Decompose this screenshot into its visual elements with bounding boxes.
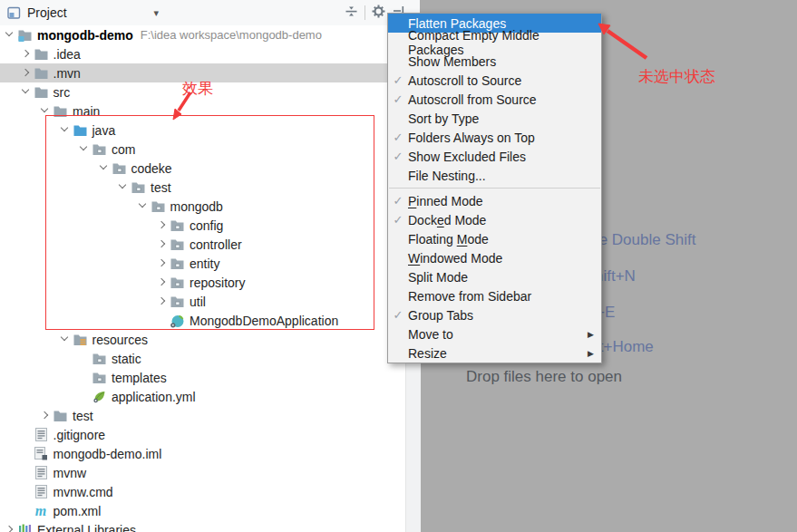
chevron-collapsed-icon[interactable] bbox=[156, 295, 168, 307]
tree-row-mongodbdemoapplication[interactable]: MongodbDemoApplication bbox=[0, 311, 405, 330]
tree-label: test bbox=[151, 180, 171, 195]
menu-item-windowed-mode[interactable]: Windowed Mode bbox=[388, 248, 601, 267]
tree-row-templates[interactable]: templates bbox=[0, 368, 405, 387]
chevron-collapsed-icon[interactable] bbox=[156, 219, 168, 231]
chevron-down-icon[interactable]: ▾ bbox=[154, 7, 160, 19]
tree-row-test[interactable]: test bbox=[0, 178, 405, 197]
menu-item-show-excluded-files[interactable]: ✓Show Excluded Files bbox=[388, 147, 601, 166]
annotation-effect-label: 效果 bbox=[182, 78, 213, 99]
tree-row-external-libraries[interactable]: External Libraries bbox=[0, 520, 405, 532]
tree-label: main bbox=[73, 104, 100, 119]
menu-item-docked-mode[interactable]: ✓Docked Mode bbox=[388, 210, 601, 229]
menu-item-folders-always-on-top[interactable]: ✓Folders Always on Top bbox=[388, 128, 601, 147]
menu-item-label: Windowed Mode bbox=[408, 251, 502, 266]
menu-item-move-to[interactable]: Move to▶ bbox=[388, 324, 601, 343]
menu-item-floating-mode[interactable]: Floating Mode bbox=[388, 229, 601, 248]
menu-item-label: File Nesting... bbox=[408, 169, 486, 183]
package-icon bbox=[112, 161, 127, 176]
tree-label: mongodb-demo.iml bbox=[53, 447, 162, 461]
tree-row-java[interactable]: java bbox=[0, 121, 405, 140]
chevron-collapsed-icon[interactable] bbox=[39, 410, 51, 421]
indent-spacer bbox=[78, 353, 90, 364]
unselected-arrow bbox=[598, 24, 646, 58]
tree-row-main[interactable]: main bbox=[0, 102, 405, 121]
tree-label: MongodbDemoApplication bbox=[190, 314, 338, 328]
indent-spacer bbox=[20, 467, 32, 479]
tree-row-idea[interactable]: .idea bbox=[0, 44, 405, 63]
chevron-collapsed-icon[interactable] bbox=[4, 524, 15, 532]
package-icon bbox=[92, 352, 107, 366]
tree-row-resources[interactable]: resources bbox=[0, 330, 405, 349]
menu-item-compact-empty-middle-packages[interactable]: Compact Empty Middle Packages bbox=[388, 33, 601, 52]
tree-row-application-yml[interactable]: application.yml bbox=[0, 387, 405, 406]
chevron-expanded-icon[interactable] bbox=[39, 105, 51, 117]
checkmark-icon: ✓ bbox=[388, 194, 408, 208]
menu-item-label: Sort by Type bbox=[408, 111, 479, 126]
tree-row-codeke[interactable]: codeke bbox=[0, 159, 405, 178]
source-folder-icon bbox=[73, 123, 88, 138]
checkmark-icon: ✓ bbox=[388, 131, 408, 144]
package-icon bbox=[170, 295, 185, 309]
menu-item-group-tabs[interactable]: ✓Group Tabs bbox=[388, 305, 601, 324]
menu-item-sort-by-type[interactable]: Sort by Type bbox=[388, 109, 601, 128]
toolbar-separator bbox=[364, 5, 365, 20]
menu-item-remove-from-sidebar[interactable]: Remove from Sidebar bbox=[388, 286, 601, 305]
tree-row-controller[interactable]: controller bbox=[0, 235, 405, 254]
indent-spacer bbox=[78, 372, 90, 383]
settings-gear-icon[interactable] bbox=[372, 5, 386, 22]
menu-item-label: Group Tabs bbox=[408, 308, 473, 323]
chevron-expanded-icon[interactable] bbox=[20, 86, 32, 98]
menu-item-label: Autoscroll from Source bbox=[408, 92, 537, 107]
tree-row-mongodb[interactable]: mongodb bbox=[0, 197, 405, 216]
tree-row-static[interactable]: static bbox=[0, 349, 405, 368]
tree-row-test[interactable]: test bbox=[0, 406, 405, 425]
menu-item-pinned-mode[interactable]: ✓Pinned Mode bbox=[388, 191, 601, 210]
chevron-expanded-icon[interactable] bbox=[59, 334, 71, 345]
tree-label: test bbox=[73, 409, 93, 423]
chevron-collapsed-icon[interactable] bbox=[156, 276, 168, 288]
tree-label: .mvn bbox=[53, 66, 81, 81]
tree-row-com[interactable]: com bbox=[0, 140, 405, 159]
menu-item-label: Show Members bbox=[408, 54, 496, 69]
tree-row-entity[interactable]: entity bbox=[0, 254, 405, 273]
chevron-expanded-icon[interactable] bbox=[117, 181, 129, 193]
indent-spacer bbox=[156, 314, 168, 326]
menu-item-label: Autoscroll to Source bbox=[408, 73, 521, 88]
chevron-expanded-icon[interactable] bbox=[137, 200, 149, 212]
project-tree: mongodb-demoF:\idea workspace\mongodb-de… bbox=[0, 25, 405, 532]
tree-row-pom-xml[interactable]: mpom.xml bbox=[0, 501, 405, 520]
chevron-expanded-icon[interactable] bbox=[59, 124, 71, 136]
tree-row-mvnw[interactable]: mvnw bbox=[0, 463, 405, 482]
menu-item-label: Remove from Sidebar bbox=[408, 289, 531, 304]
menu-item-label: Pinned Mode bbox=[408, 194, 483, 208]
project-toolwindow-icon bbox=[7, 6, 21, 20]
tree-row-repository[interactable]: repository bbox=[0, 273, 405, 292]
chevron-expanded-icon[interactable] bbox=[98, 162, 110, 174]
package-icon bbox=[131, 180, 146, 195]
chevron-expanded-icon[interactable] bbox=[4, 29, 15, 41]
menu-item-resize[interactable]: Resize▶ bbox=[388, 343, 601, 363]
tree-row-mvnw-cmd[interactable]: mvnw.cmd bbox=[0, 482, 405, 501]
menu-item-autoscroll-from-source[interactable]: ✓Autoscroll from Source bbox=[388, 90, 601, 109]
tree-row-gitignore[interactable]: .gitignore bbox=[0, 425, 405, 444]
chevron-collapsed-icon[interactable] bbox=[156, 257, 168, 269]
tree-label: repository bbox=[190, 276, 245, 290]
menu-item-split-mode[interactable]: Split Mode bbox=[388, 267, 601, 286]
chevron-collapsed-icon[interactable] bbox=[20, 67, 32, 79]
menu-item-label: Floating Mode bbox=[408, 232, 489, 247]
package-icon bbox=[170, 256, 185, 271]
tree-row-mongodb-demo-iml[interactable]: mongodb-demo.iml bbox=[0, 444, 405, 463]
chevron-expanded-icon[interactable] bbox=[78, 143, 90, 155]
collapse-all-icon[interactable] bbox=[345, 5, 358, 22]
chevron-collapsed-icon[interactable] bbox=[20, 48, 32, 60]
menu-item-autoscroll-to-source[interactable]: ✓Autoscroll to Source bbox=[388, 71, 601, 90]
chevron-collapsed-icon[interactable] bbox=[156, 238, 168, 250]
tree-label: controller bbox=[190, 237, 242, 252]
tree-row-mongodb-demo[interactable]: mongodb-demoF:\idea workspace\mongodb-de… bbox=[0, 25, 405, 44]
tree-label: com bbox=[112, 142, 135, 157]
tree-row-util[interactable]: util bbox=[0, 292, 405, 311]
menu-item-label: Split Mode bbox=[408, 270, 468, 285]
tree-row-config[interactable]: config bbox=[0, 216, 405, 235]
menu-item-file-nesting[interactable]: File Nesting... bbox=[388, 166, 601, 185]
tree-label: util bbox=[190, 295, 206, 309]
